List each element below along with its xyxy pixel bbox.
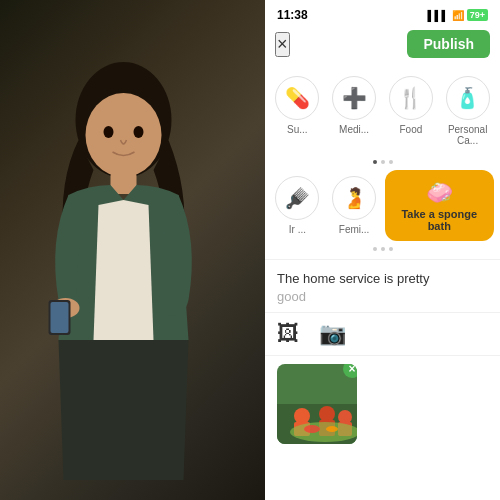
sponge-bath-label: Take a sponge bath [391, 208, 489, 232]
wifi-icon: 📶 [452, 10, 464, 21]
category-row-1: 💊 Su... ➕ Medi... 🍴 Food 🧴 Personal Ca..… [265, 66, 500, 156]
iron-icon: 🪮 [285, 186, 310, 210]
dot-2 [381, 160, 385, 164]
phone-ui-panel: 11:38 ▌▌▌ 📶 79+ × Publish 💊 Su... ➕ Medi… [265, 0, 500, 500]
photo-panel [0, 0, 265, 500]
dot-4 [373, 247, 377, 251]
svg-point-12 [319, 406, 335, 422]
dot-1 [373, 160, 377, 164]
category-surgery[interactable]: 💊 Su... [271, 70, 324, 152]
category-personal-care[interactable]: 🧴 Personal Ca... [441, 70, 494, 152]
publish-button[interactable]: Publish [407, 30, 490, 58]
signal-icon: ▌▌▌ [427, 10, 448, 21]
status-time: 11:38 [277, 8, 308, 22]
svg-point-2 [103, 126, 113, 138]
feminine-icon: 🫄 [342, 186, 367, 210]
medicine-icon-wrap: ➕ [332, 76, 376, 120]
personal-care-icon: 🧴 [455, 86, 480, 110]
post-text-line2: good [277, 289, 306, 304]
status-icons: ▌▌▌ 📶 79+ [427, 9, 488, 21]
surgery-icon-wrap: 💊 [275, 76, 319, 120]
personal-care-icon-wrap: 🧴 [446, 76, 490, 120]
top-bar: × Publish [265, 26, 500, 66]
svg-rect-7 [50, 302, 68, 333]
medicine-label: Medi... [339, 124, 369, 135]
battery-indicator: 79+ [467, 9, 488, 21]
food-icon: 🍴 [398, 86, 423, 110]
svg-point-17 [304, 425, 320, 433]
media-bar: 🖼 📷 [265, 312, 500, 356]
thumbnail-svg [277, 364, 357, 444]
food-icon-wrap: 🍴 [389, 76, 433, 120]
svg-point-3 [133, 126, 143, 138]
dot-5 [381, 247, 385, 251]
iron-label: Ir ... [289, 224, 306, 235]
svg-point-1 [85, 93, 161, 177]
image-picker-icon[interactable]: 🖼 [277, 321, 299, 347]
personal-care-label: Personal Ca... [443, 124, 492, 146]
sponge-bath-icon: 🧼 [426, 180, 453, 206]
category-food[interactable]: 🍴 Food [385, 70, 438, 152]
close-button[interactable]: × [275, 32, 290, 57]
svg-point-14 [338, 410, 352, 424]
page-dots-1 [265, 156, 500, 168]
surgery-label: Su... [287, 124, 308, 135]
post-text: The home service is pretty good [277, 270, 488, 306]
text-area[interactable]: The home service is pretty good [265, 259, 500, 312]
dot-3 [389, 160, 393, 164]
image-thumbnail: × [277, 364, 357, 444]
image-preview-area: × [265, 356, 500, 500]
medicine-icon: ➕ [342, 86, 367, 110]
category-iron[interactable]: 🪮 Ir ... [271, 170, 324, 241]
feminine-label: Femi... [339, 224, 370, 235]
svg-point-16 [290, 422, 357, 442]
dot-6 [389, 247, 393, 251]
food-label: Food [399, 124, 422, 135]
surgery-icon: 💊 [285, 86, 310, 110]
category-medicine[interactable]: ➕ Medi... [328, 70, 381, 152]
post-text-line1: The home service is pretty [277, 271, 429, 286]
svg-point-18 [326, 426, 338, 432]
status-bar: 11:38 ▌▌▌ 📶 79+ [265, 0, 500, 26]
person-silhouette [28, 60, 218, 500]
feminine-icon-wrap: 🫄 [332, 176, 376, 220]
page-dots-2 [265, 243, 500, 255]
category-sponge-bath[interactable]: 🧼 Take a sponge bath [385, 170, 495, 241]
svg-point-10 [294, 408, 310, 424]
iron-icon-wrap: 🪮 [275, 176, 319, 220]
camera-icon[interactable]: 📷 [319, 321, 346, 347]
category-row-2: 🪮 Ir ... 🫄 Femi... 🧼 Take a sponge bath [265, 168, 500, 243]
category-feminine[interactable]: 🫄 Femi... [328, 170, 381, 241]
